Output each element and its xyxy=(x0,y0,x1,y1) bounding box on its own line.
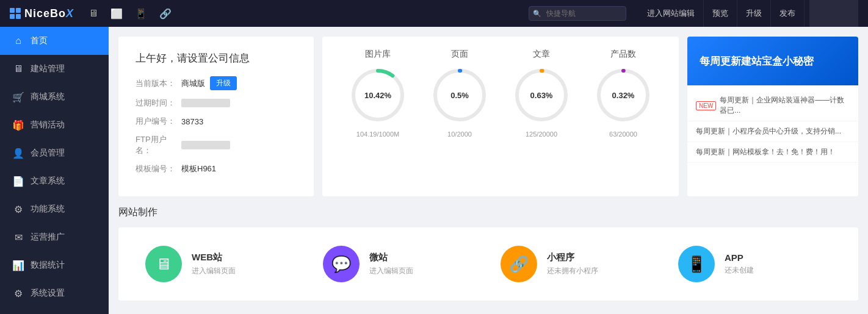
sidebar-item-shop[interactable]: 🛒 商城系统 xyxy=(0,83,109,111)
sidebar-label-home: 首页 xyxy=(31,35,48,46)
sidebar-label-promotion: 运营推广 xyxy=(31,232,65,243)
shop-icon: 🛒 xyxy=(12,91,24,103)
search-wrap xyxy=(529,6,626,21)
promotion-icon: ✉ xyxy=(12,232,24,243)
circle-wrap-1: 0.5% xyxy=(429,65,490,126)
tablet-landscape-icon[interactable]: ⬜ xyxy=(110,8,123,20)
main-layout: ⌂ 首页 🖥 建站管理 🛒 商城系统 🎁 营销活动 👤 会员管理 📄 文章系统 … xyxy=(0,27,868,314)
creation-icon-0: 🖥 xyxy=(145,246,182,282)
creation-item-WEB站[interactable]: 🖥 WEB站 进入编辑页面 xyxy=(133,240,311,288)
banner-item-2[interactable]: 每周更新｜网站模板拿！去！免！费！用！ xyxy=(687,142,858,163)
banner-card: 每周更新建站宝盒小秘密 NEW每周更新｜企业网站装逼神器——计数器已...每周更… xyxy=(687,37,858,196)
monitor-icon[interactable]: 🖥 xyxy=(89,8,98,19)
creation-card: 🖥 WEB站 进入编辑页面 💬 微站 进入编辑页面 🔗 小程序 还未拥有小程序 … xyxy=(118,227,858,301)
logo-text: NiceBoX xyxy=(24,7,74,20)
creation-info-1: 微站 进入编辑页面 xyxy=(369,252,413,276)
topbar-device-icons: 🖥 ⬜ 📱 🔗 xyxy=(89,8,529,20)
sidebar: ⌂ 首页 🖥 建站管理 🛒 商城系统 🎁 营销活动 👤 会员管理 📄 文章系统 … xyxy=(0,27,109,314)
stat-sub-0: 104.19/1000M xyxy=(356,130,399,138)
stat-pct-2: 0.63% xyxy=(530,91,553,100)
sidebar-label-site-mgmt: 建站管理 xyxy=(31,63,65,74)
sidebar-label-settings: 系统设置 xyxy=(31,288,65,299)
stat-item-1: 页面 0.5% 10/2000 xyxy=(429,49,490,138)
members-icon: 👤 xyxy=(12,148,24,159)
search-input[interactable] xyxy=(529,6,626,21)
template-value: 模板H961 xyxy=(181,163,216,174)
publish-button[interactable]: 发布 xyxy=(771,0,805,27)
sidebar-label-marketing: 营销活动 xyxy=(31,120,65,130)
logo: NiceBoX xyxy=(10,7,74,20)
circle-wrap-3: 0.32% xyxy=(593,65,654,126)
template-label: 模板编号： xyxy=(136,163,181,174)
ftp-label: FTP用户名： xyxy=(136,134,181,156)
new-badge: NEW xyxy=(696,101,716,110)
upgrade-button[interactable]: 升级 xyxy=(737,0,771,27)
version-value: 商城版 xyxy=(181,78,205,89)
stats-row: 图片库 10.42% 104.19/1000M 页面 0.5% 10/2000 … xyxy=(337,49,664,184)
banner-item-text-1: 每周更新｜小程序会员中心升级，支持分销... xyxy=(696,126,841,137)
expire-value xyxy=(181,99,230,107)
stat-pct-0: 10.42% xyxy=(364,91,391,100)
sidebar-item-functions[interactable]: ⚙ 功能系统 xyxy=(0,195,109,223)
sidebar-label-stats: 数据统计 xyxy=(31,260,65,271)
enter-editor-button[interactable]: 进入网站编辑 xyxy=(638,0,704,27)
home-icon: ⌂ xyxy=(12,35,24,46)
banner-item-text-2: 每周更新｜网站模板拿！去！免！费！用！ xyxy=(696,147,835,157)
sidebar-label-articles: 文章系统 xyxy=(31,176,65,187)
ftp-row: FTP用户名： xyxy=(136,134,297,156)
stat-label-3: 产品数 xyxy=(610,49,636,60)
stat-item-2: 文章 0.63% 125/20000 xyxy=(511,49,572,138)
avatar[interactable] xyxy=(809,0,858,27)
stat-sub-3: 63/20000 xyxy=(609,130,637,138)
template-row: 模板编号： 模板H961 xyxy=(136,163,297,174)
preview-button[interactable]: 预览 xyxy=(704,0,737,27)
banner-header: 每周更新建站宝盒小秘密 xyxy=(687,37,858,85)
functions-icon: ⚙ xyxy=(12,204,24,215)
stat-label-1: 页面 xyxy=(451,49,468,60)
marketing-icon: 🎁 xyxy=(12,120,24,131)
expire-label: 过期时间： xyxy=(136,98,181,109)
sidebar-item-settings[interactable]: ⚙ 系统设置 xyxy=(0,279,109,307)
version-label: 当前版本： xyxy=(136,78,181,89)
creation-info-0: WEB站 进入编辑页面 xyxy=(192,252,236,276)
creation-info-2: 小程序 还未拥有小程序 xyxy=(547,252,598,276)
sidebar-label-functions: 功能系统 xyxy=(31,204,65,215)
creation-desc-2: 还未拥有小程序 xyxy=(547,266,598,276)
creation-icon-2: 🔗 xyxy=(501,246,537,282)
banner-item-1[interactable]: 每周更新｜小程序会员中心升级，支持分销... xyxy=(687,121,858,142)
content-area: 上午好，请设置公司信息 当前版本： 商城版 升级 过期时间： 用户编号： 387… xyxy=(109,27,868,314)
banner-item-text-0: 每周更新｜企业网站装逼神器——计数器已... xyxy=(720,95,850,116)
circle-wrap-2: 0.63% xyxy=(511,65,572,126)
version-row: 当前版本： 商城版 升级 xyxy=(136,76,297,90)
tablet-portrait-icon[interactable]: 📱 xyxy=(135,8,147,20)
sidebar-item-promotion[interactable]: ✉ 运营推广 xyxy=(0,223,109,251)
stat-pct-1: 0.5% xyxy=(450,91,469,100)
sidebar-item-articles[interactable]: 📄 文章系统 xyxy=(0,167,109,195)
stat-item-0: 图片库 10.42% 104.19/1000M xyxy=(347,49,408,138)
stat-label-2: 文章 xyxy=(533,49,550,60)
top-row: 上午好，请设置公司信息 当前版本： 商城版 升级 过期时间： 用户编号： 387… xyxy=(118,37,858,196)
creation-item-小程序[interactable]: 🔗 小程序 还未拥有小程序 xyxy=(488,240,666,288)
sidebar-label-shop: 商城系统 xyxy=(31,91,65,102)
sidebar-item-stats[interactable]: 📊 数据统计 xyxy=(0,251,109,279)
creation-item-APP[interactable]: 📱 APP 还未创建 xyxy=(666,240,844,288)
ftp-value xyxy=(181,141,230,149)
settings-icon: ⚙ xyxy=(12,288,24,299)
stat-pct-3: 0.32% xyxy=(612,91,635,100)
stats-icon: 📊 xyxy=(12,260,24,271)
topbar-search xyxy=(529,6,626,21)
sidebar-item-site-mgmt[interactable]: 🖥 建站管理 xyxy=(0,55,109,83)
topbar: NiceBoX 🖥 ⬜ 📱 🔗 进入网站编辑 预览 升级 发布 xyxy=(0,0,868,27)
info-card: 上午好，请设置公司信息 当前版本： 商城版 升级 过期时间： 用户编号： 387… xyxy=(118,37,314,196)
stat-label-0: 图片库 xyxy=(365,49,391,60)
upgrade-version-button[interactable]: 升级 xyxy=(210,76,237,90)
creation-item-微站[interactable]: 💬 微站 进入编辑页面 xyxy=(311,240,488,288)
link-icon[interactable]: 🔗 xyxy=(159,8,172,20)
banner-item-0[interactable]: NEW每周更新｜企业网站装逼神器——计数器已... xyxy=(687,90,858,121)
stat-sub-1: 10/2000 xyxy=(447,130,472,138)
creation-desc-1: 进入编辑页面 xyxy=(369,266,413,276)
sidebar-item-home[interactable]: ⌂ 首页 xyxy=(0,27,109,55)
creation-label-0: WEB站 xyxy=(192,252,236,263)
sidebar-item-marketing[interactable]: 🎁 营销活动 xyxy=(0,111,109,139)
sidebar-item-members[interactable]: 👤 会员管理 xyxy=(0,139,109,167)
